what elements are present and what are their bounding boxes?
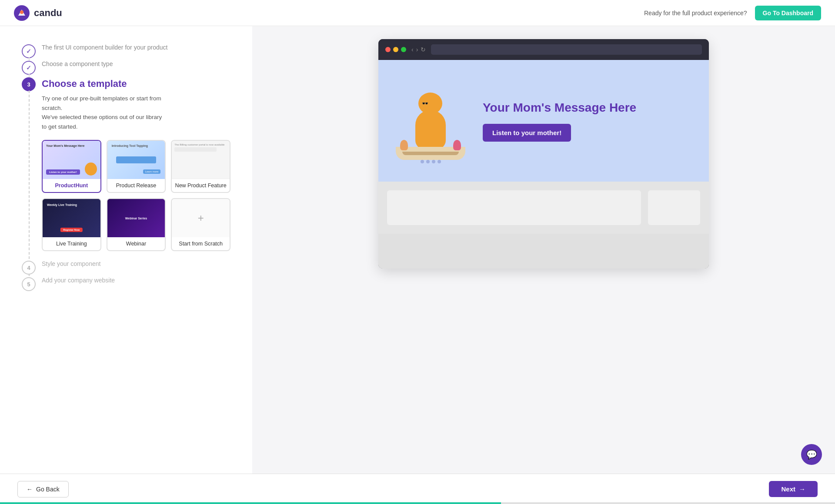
plus-icon: + (198, 212, 204, 224)
browser-topbar: ‹ › ↻ (378, 39, 709, 60)
water-dots (396, 160, 465, 163)
step-5-circle: 5 (22, 277, 36, 291)
step-3-title: Choose a template (42, 76, 230, 90)
main-container: ✓ The first UI component builder for you… (0, 26, 835, 474)
progress-bar-fill (0, 502, 501, 504)
browser-dot-minimize (393, 47, 398, 52)
template-label-product-release: Product Release (107, 179, 165, 192)
logo: candu (14, 5, 62, 21)
next-button[interactable]: Next → (769, 481, 818, 497)
template-label-start-from-scratch: Start from Scratch (172, 237, 230, 250)
chat-bubble-button[interactable]: 💬 (801, 444, 822, 465)
stepper: ✓ The first UI component builder for you… (22, 43, 230, 293)
template-thumb-new-product-feature: The Billing customer portal is now avail… (172, 141, 230, 179)
template-card-producthunt[interactable]: Your Mom's Message Here Listen to your m… (42, 140, 101, 193)
step-5: 5 Add your company website (22, 276, 230, 293)
left-panel: ✓ The first UI component builder for you… (0, 26, 252, 474)
side-character-left (400, 140, 408, 150)
template-thumb-producthunt: Your Mom's Message Here Listen to your m… (43, 141, 100, 179)
preview-sidebar-block (648, 190, 700, 225)
template-card-new-product-feature[interactable]: The Billing customer portal is now avail… (171, 140, 230, 193)
svg-point-1 (20, 10, 23, 14)
logo-text: candu (34, 7, 62, 19)
browser-dot-maximize (401, 47, 406, 52)
arrow-right-icon: → (799, 485, 805, 493)
browser-forward-icon[interactable]: › (416, 46, 418, 53)
step-2-content: Choose a component type (42, 60, 230, 76)
header-right: Ready for the full product experience? G… (644, 6, 821, 20)
step-2-label: Choose a component type (42, 58, 113, 67)
browser-url-bar (431, 44, 702, 55)
preview-bottom-area (378, 234, 709, 269)
preview-illustration: C 🕶️ (396, 82, 465, 160)
template-label-producthunt: ProductHunt (43, 179, 100, 192)
preview-cta-button[interactable]: Listen to your mother! (483, 124, 571, 142)
step-2-circle: ✓ (22, 61, 36, 75)
browser-mockup: ‹ › ↻ C (378, 39, 709, 269)
preview-card-block (387, 190, 641, 225)
arrow-left-icon: ← (27, 486, 33, 493)
header: candu Ready for the full product experie… (0, 0, 835, 26)
go-back-button[interactable]: ← Go Back (17, 481, 69, 497)
template-label-new-product-feature: New Product Feature (172, 179, 230, 192)
template-card-webinar[interactable]: Webinar Series Webinar (107, 198, 166, 251)
browser-back-icon[interactable]: ‹ (411, 46, 414, 53)
template-label-live-training: Live Training (43, 237, 100, 250)
template-card-live-training[interactable]: Weekly Live Training Register Now Live T… (42, 198, 101, 251)
template-thumb-webinar: Webinar Series (107, 199, 165, 237)
step-3-content: Choose a template Try one of our pre-bui… (42, 76, 230, 260)
step-4-number: 4 (27, 265, 30, 271)
browser-nav: ‹ › ↻ (411, 46, 426, 53)
template-label-webinar: Webinar (107, 237, 165, 250)
template-thumb-start-from-scratch: + (172, 199, 230, 237)
step-1-circle: ✓ (22, 44, 36, 58)
right-panel: ‹ › ↻ C (252, 26, 835, 474)
fox-character: C 🕶️ (396, 82, 465, 160)
step-5-label: Add your company website (42, 274, 115, 284)
template-grid: Your Mom's Message Here Listen to your m… (42, 140, 230, 251)
step-2-check: ✓ (26, 64, 31, 71)
preview-title: Your Mom's Message Here (483, 100, 691, 116)
preview-banner: C 🕶️ (378, 60, 709, 182)
chat-icon: 💬 (806, 449, 817, 460)
progress-bar-container (0, 502, 835, 504)
step-3-description: Try one of our pre-built templates or st… (42, 94, 230, 131)
step-3-circle: 3 (22, 77, 36, 91)
preview-content-area (378, 182, 709, 234)
step-3: 3 Choose a template Try one of our pre-b… (22, 76, 230, 260)
fox-body (415, 110, 446, 149)
step-5-content: Add your company website (42, 276, 230, 293)
browser-reload-icon[interactable]: ↻ (421, 46, 426, 53)
header-cta-text: Ready for the full product experience? (644, 10, 747, 17)
step-5-number: 5 (27, 281, 30, 288)
step-1-label: The first UI component builder for your … (42, 41, 167, 51)
preview-text-area: Your Mom's Message Here Listen to your m… (483, 100, 691, 141)
browser-dot-close (385, 47, 391, 52)
side-character-right (453, 140, 461, 150)
template-card-start-from-scratch[interactable]: + Start from Scratch (171, 198, 230, 251)
template-thumb-live-training: Weekly Live Training Register Now (43, 199, 100, 237)
step-1-check: ✓ (26, 48, 31, 55)
logo-icon (14, 5, 30, 21)
step-4-label: Style your component (42, 258, 100, 267)
template-thumb-product-release: Introducing Tool Tapping Learn more (107, 141, 165, 179)
step-3-number: 3 (27, 81, 30, 88)
fox-head: 🕶️ (418, 93, 442, 114)
template-card-product-release[interactable]: Introducing Tool Tapping Learn more Prod… (107, 140, 166, 193)
browser-content: C 🕶️ (378, 60, 709, 269)
browser-dots (385, 47, 406, 52)
step-2: ✓ Choose a component type (22, 60, 230, 76)
footer: ← Go Back Next → (0, 474, 835, 504)
go-to-dashboard-button[interactable]: Go To Dashboard (755, 6, 821, 20)
step-4-circle: 4 (22, 261, 36, 275)
